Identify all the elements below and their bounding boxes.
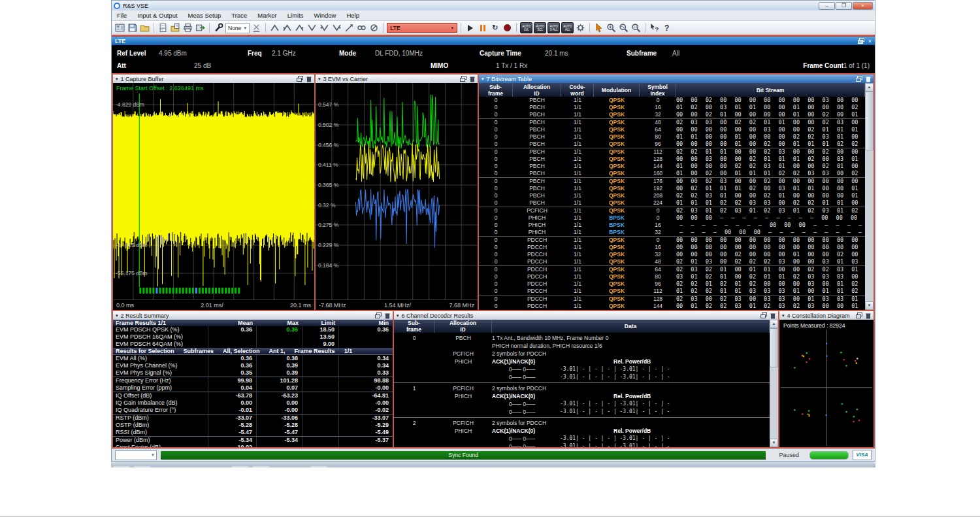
marker-next-peak-left-icon[interactable] [282,22,293,33]
delete-panel-icon[interactable] [770,312,776,319]
decoder-subframe-group[interactable]: 1PCFICH2 symbols for PDCCHPHICHACK(1)/NA… [394,382,770,417]
setting-ref-level[interactable]: Ref Level4.95 dBm [117,50,248,57]
table-row[interactable]: 0PBCH1/1QPSK4802 03 03 00 02 02 01 01 00… [479,118,865,126]
panel-menu-caret[interactable]: ▾ [397,313,399,318]
table-row[interactable]: 0PDCCH1/1QPSK14400 01 02 02 03 01 02 03 … [479,303,865,310]
table-row[interactable]: 0PDCCH1/1QPSK6402 03 02 01 00 01 01 00 0… [479,265,865,273]
marker-peak-icon[interactable] [269,22,280,33]
panel-titlebar[interactable]: ▾ 2 Result Summary [113,311,393,320]
marker-min-icon[interactable] [306,22,318,33]
scroll-down-icon[interactable]: ▼ [770,439,778,447]
table-row[interactable]: 0PDCCH1/1QPSK8003 01 02 01 00 02 01 01 0… [479,273,865,280]
delete-panel-icon[interactable] [385,312,390,319]
trace-math-icon[interactable] [251,22,262,33]
scrollbar-thumb[interactable] [770,328,778,367]
setting-frame-count[interactable]: Frame Count1 of 1 (1) [803,62,870,69]
close-channel-icon[interactable]: × [868,38,872,44]
panel-titlebar[interactable]: ▾ 1 Capture Buffer [113,75,314,83]
close-button[interactable]: × [853,2,873,10]
panel-menu-caret[interactable]: ▾ [116,76,118,82]
undock-icon[interactable] [760,312,767,318]
decoder-subframe-group[interactable]: 2PCFICH2 symbols for PDCCHPHICHACK(1)/NA… [394,417,770,447]
auto-scale-all-button[interactable]: AUTOS-ALL [547,22,560,33]
column-header[interactable]: Modulation [594,83,640,97]
undock-icon[interactable] [856,312,862,318]
setting-capture-time[interactable]: Capture Time20.1 ms [480,50,627,57]
windows-taskbar[interactable] [111,462,875,467]
column-header[interactable]: SymbolIndex [640,83,676,97]
table-row[interactable]: 0PBCH1/1QPSK6400 00 00 00 00 00 03 00 00… [479,126,865,133]
marker-config-icon[interactable] [344,22,355,33]
menu-item-window[interactable]: Window [309,12,342,19]
menu-item-trace[interactable]: Trace [226,12,252,19]
menu-item-file[interactable]: File [112,12,132,19]
zoom-1-1-icon[interactable]: 1:1 [630,22,642,33]
menu-item-marker[interactable]: Marker [252,12,282,19]
setting-att[interactable]: Att25 dB [117,62,339,69]
table-row[interactable]: 0PBCH1/1QPSK14401 00 00 00 02 02 03 01 0… [479,163,865,170]
setting-subframe[interactable]: SubframeAll [627,50,870,57]
table-row[interactable]: 0PCFICH1/1QPSK002 03 01 02 03 01 02 03 0… [479,207,865,214]
delete-panel-icon[interactable] [866,312,871,319]
menu-item-help[interactable]: Help [341,12,365,19]
setting-mimo[interactable]: MIMO1 Tx / 1 Rx [431,62,803,69]
panel-menu-caret[interactable]: ▾ [318,76,321,82]
save-icon[interactable] [127,22,138,33]
table-row[interactable]: 0PBCH1/1QPSK11202 02 01 01 00 00 02 03 0… [479,148,865,156]
print-icon[interactable] [182,22,193,33]
select-cursor-icon[interactable] [593,22,604,33]
auto-scale-button[interactable]: AUTOSCL [534,22,546,33]
open-icon[interactable] [139,22,150,33]
table-row[interactable]: 0PBCH1/1QPSK1601 02 00 03 01 01 00 00 01… [479,104,865,111]
table-row[interactable]: 0PHICH1/1BPSK32— — — — 00 00 00 — — — — … [479,229,865,236]
panel-menu-caret[interactable]: ▾ [116,313,118,318]
column-header[interactable]: AllocationID [513,83,561,97]
trace-config-icon[interactable] [213,22,224,33]
channel-tab-bar[interactable]: LTE × [112,37,875,45]
marker-next-min-left-icon[interactable] [319,22,330,33]
delete-panel-icon[interactable] [306,76,312,82]
marker-next-min-right-icon[interactable] [331,22,342,33]
play-button[interactable] [465,22,476,33]
delete-panel-icon[interactable] [866,76,871,82]
table-row[interactable]: 0PBCH1/1QPSK3200 00 02 01 00 00 00 00 01… [479,111,865,118]
trace-mode-dropdown[interactable]: None▼ [225,23,250,33]
undock-icon[interactable] [297,76,303,82]
panel-titlebar[interactable]: ▾ 3 EVM vs Carrier [316,75,478,83]
taskbar-button[interactable] [134,466,151,470]
window-titlebar[interactable]: R&S VSE – ❐ × [112,1,875,10]
zoom-icon[interactable] [606,22,617,33]
record-button[interactable] [502,22,513,33]
scroll-up-icon[interactable]: ▲ [865,83,874,92]
marker-next-peak-right-icon[interactable] [294,22,305,33]
auto-all-button[interactable]: AUTOALL [561,22,574,33]
table-row[interactable]: 0PDCCH1/1QPSK4802 01 03 00 02 02 02 03 0… [479,258,865,265]
column-header[interactable]: Sub-frame [479,83,513,97]
undock-icon[interactable] [856,76,862,82]
channel-dropdown[interactable]: LTE▼ [387,23,457,33]
scroll-down-icon[interactable]: ▼ [865,301,874,310]
panel-titlebar[interactable]: ▾ 4 Constellation Diagram [779,311,874,320]
panel-titlebar[interactable]: ▾ 6 Channel Decoder Results [394,311,778,320]
table-row[interactable]: 0PBCH1/1QPSK20802 02 03 01 00 00 02 01 0… [479,192,865,199]
multi-zoom-icon[interactable] [618,22,629,33]
column-header[interactable]: Bit Stream [676,83,865,97]
context-help-icon[interactable]: ? [649,22,660,33]
menu-item-limits[interactable]: Limits [282,12,309,19]
table-row[interactable]: 0PHICH1/1BPSK000 00 00 — — — — — — — — —… [479,214,865,222]
auto-level-button[interactable]: AUTOLVL [520,22,532,33]
maximize-button[interactable]: ❐ [836,2,852,10]
undock-icon[interactable] [375,312,382,318]
table-row[interactable]: 0PBCH1/1QPSK19200 02 01 01 01 02 00 03 0… [479,185,865,192]
menu-item-input-output[interactable]: Input & Output [132,12,182,19]
pause-button[interactable] [477,22,488,33]
decoder-scrollbar[interactable]: ▲ ▼ [770,320,778,447]
help-icon[interactable]: ? [661,22,672,33]
decoder-subframe-group[interactable]: 0PBCH1 Tx Ant., Bandwidth 10 MHz, Frame … [394,333,770,382]
table-row[interactable]: 0PBCH1/1QPSK12800 00 03 00 00 02 01 01 0… [479,156,865,163]
undock-icon[interactable] [460,76,466,82]
table-row[interactable]: 0PBCH1/1QPSK22401 01 01 02 02 03 03 00 0… [479,199,865,207]
marker-coupling-icon[interactable] [356,22,367,33]
setting-mode[interactable]: ModeDL FDD, 10MHz [339,50,480,57]
table-row[interactable]: 0PBCH1/1QPSK9600 00 00 00 01 00 02 00 01… [479,141,865,148]
